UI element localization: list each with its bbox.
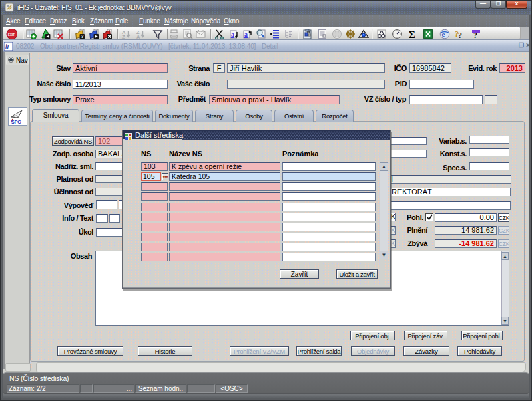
svg-text:SPG: SPG bbox=[11, 120, 21, 124]
svg-text:Z: Z bbox=[122, 34, 125, 39]
svg-text:a: a bbox=[244, 31, 248, 38]
svg-text:a: a bbox=[231, 31, 234, 38]
svg-text:?: ? bbox=[81, 34, 83, 39]
svg-text:A: A bbox=[136, 34, 140, 39]
svg-text:?: ? bbox=[458, 31, 462, 39]
svg-text:iF: iF bbox=[5, 43, 11, 50]
svg-text:EXIT: EXIT bbox=[8, 33, 15, 37]
svg-text:e: e bbox=[442, 30, 445, 38]
svg-text:?: ? bbox=[473, 31, 477, 39]
